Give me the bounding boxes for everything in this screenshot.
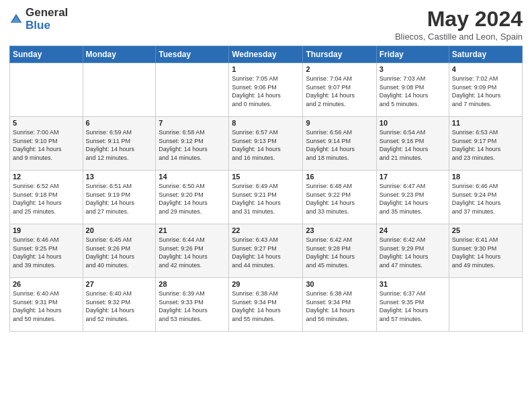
header-sunday: Sunday [10,46,83,63]
calendar-week-row: 26Sunrise: 6:40 AM Sunset: 9:31 PM Dayli… [10,278,523,332]
table-row: 8Sunrise: 6:57 AM Sunset: 9:13 PM Daylig… [229,117,303,171]
day-number: 17 [380,173,446,181]
day-number: 24 [380,226,446,234]
table-row: 17Sunrise: 6:47 AM Sunset: 9:23 PM Dayli… [376,171,449,224]
table-row: 16Sunrise: 6:48 AM Sunset: 9:22 PM Dayli… [303,171,376,224]
day-number: 11 [452,119,519,127]
day-number: 25 [452,226,519,234]
title-month: May 2024 [395,7,523,32]
calendar-table: Sunday Monday Tuesday Wednesday Thursday… [9,46,523,332]
day-number: 7 [159,119,226,127]
calendar-page: General Blue May 2024 Bliecos, Castille … [0,0,532,411]
table-row: 14Sunrise: 6:50 AM Sunset: 9:20 PM Dayli… [156,171,229,224]
table-row: 25Sunrise: 6:41 AM Sunset: 9:30 PM Dayli… [449,224,522,278]
table-row: 19Sunrise: 6:46 AM Sunset: 9:25 PM Dayli… [10,224,83,278]
title-block: May 2024 Bliecos, Castille and Leon, Spa… [395,7,523,42]
day-number: 13 [86,173,153,181]
logo-general: General [26,7,68,19]
table-row: 7Sunrise: 6:58 AM Sunset: 9:12 PM Daylig… [156,117,229,171]
day-number: 3 [380,65,446,73]
day-number: 18 [452,173,519,181]
day-info: Sunrise: 6:52 AM Sunset: 9:18 PM Dayligh… [13,182,80,216]
day-info: Sunrise: 6:45 AM Sunset: 9:26 PM Dayligh… [86,236,153,269]
logo-blue: Blue [26,19,68,32]
day-info: Sunrise: 6:59 AM Sunset: 9:11 PM Dayligh… [86,128,153,162]
day-number: 20 [86,226,153,234]
day-number: 19 [13,226,80,234]
day-number: 4 [452,65,519,73]
day-info: Sunrise: 6:46 AM Sunset: 9:24 PM Dayligh… [452,182,519,216]
day-info: Sunrise: 6:49 AM Sunset: 9:21 PM Dayligh… [232,182,300,216]
day-number: 27 [86,280,153,288]
day-number: 14 [159,173,226,181]
table-row: 3Sunrise: 7:03 AM Sunset: 9:08 PM Daylig… [376,63,449,117]
table-row: 2Sunrise: 7:04 AM Sunset: 9:07 PM Daylig… [303,63,376,117]
calendar-week-row: 5Sunrise: 7:00 AM Sunset: 9:10 PM Daylig… [10,117,523,171]
table-row: 12Sunrise: 6:52 AM Sunset: 9:18 PM Dayli… [10,171,83,224]
table-row: 28Sunrise: 6:39 AM Sunset: 9:33 PM Dayli… [156,278,229,332]
logo-text: General Blue [26,7,68,32]
day-info: Sunrise: 6:48 AM Sunset: 9:22 PM Dayligh… [306,182,373,216]
day-info: Sunrise: 7:02 AM Sunset: 9:09 PM Dayligh… [452,75,519,108]
day-info: Sunrise: 7:03 AM Sunset: 9:08 PM Dayligh… [380,75,446,108]
table-row: 26Sunrise: 6:40 AM Sunset: 9:31 PM Dayli… [10,278,83,332]
day-info: Sunrise: 7:05 AM Sunset: 9:06 PM Dayligh… [232,75,300,108]
day-info: Sunrise: 6:47 AM Sunset: 9:23 PM Dayligh… [380,182,446,216]
logo-icon [9,13,23,26]
table-row: 4Sunrise: 7:02 AM Sunset: 9:09 PM Daylig… [449,63,522,117]
table-row: 11Sunrise: 6:53 AM Sunset: 9:17 PM Dayli… [449,117,522,171]
weekday-header-row: Sunday Monday Tuesday Wednesday Thursday… [10,46,523,63]
day-info: Sunrise: 6:43 AM Sunset: 9:27 PM Dayligh… [232,236,300,269]
day-info: Sunrise: 6:37 AM Sunset: 9:35 PM Dayligh… [380,289,446,323]
header-wednesday: Wednesday [229,46,303,63]
day-info: Sunrise: 6:39 AM Sunset: 9:33 PM Dayligh… [159,289,226,323]
table-row: 31Sunrise: 6:37 AM Sunset: 9:35 PM Dayli… [376,278,449,332]
table-row: 21Sunrise: 6:44 AM Sunset: 9:26 PM Dayli… [156,224,229,278]
day-info: Sunrise: 6:54 AM Sunset: 9:16 PM Dayligh… [380,128,446,162]
day-info: Sunrise: 6:38 AM Sunset: 9:34 PM Dayligh… [306,289,373,323]
table-row [156,63,229,117]
header-thursday: Thursday [303,46,376,63]
day-info: Sunrise: 6:38 AM Sunset: 9:34 PM Dayligh… [232,289,300,323]
table-row: 15Sunrise: 6:49 AM Sunset: 9:21 PM Dayli… [229,171,303,224]
header-saturday: Saturday [449,46,522,63]
logo: General Blue [9,7,68,32]
day-number: 22 [232,226,300,234]
day-number: 30 [306,280,373,288]
table-row: 13Sunrise: 6:51 AM Sunset: 9:19 PM Dayli… [83,171,156,224]
header-monday: Monday [83,46,156,63]
calendar-week-row: 19Sunrise: 6:46 AM Sunset: 9:25 PM Dayli… [10,224,523,278]
day-info: Sunrise: 7:00 AM Sunset: 9:10 PM Dayligh… [13,128,80,162]
day-info: Sunrise: 6:41 AM Sunset: 9:30 PM Dayligh… [452,236,519,269]
table-row: 1Sunrise: 7:05 AM Sunset: 9:06 PM Daylig… [229,63,303,117]
table-row [10,63,83,117]
day-info: Sunrise: 7:04 AM Sunset: 9:07 PM Dayligh… [306,75,373,108]
day-number: 15 [232,173,300,181]
day-info: Sunrise: 6:53 AM Sunset: 9:17 PM Dayligh… [452,128,519,162]
calendar-week-row: 12Sunrise: 6:52 AM Sunset: 9:18 PM Dayli… [10,171,523,224]
day-info: Sunrise: 6:51 AM Sunset: 9:19 PM Dayligh… [86,182,153,216]
calendar-week-row: 1Sunrise: 7:05 AM Sunset: 9:06 PM Daylig… [10,63,523,117]
day-number: 10 [380,119,446,127]
table-row: 10Sunrise: 6:54 AM Sunset: 9:16 PM Dayli… [376,117,449,171]
table-row: 29Sunrise: 6:38 AM Sunset: 9:34 PM Dayli… [229,278,303,332]
header-friday: Friday [376,46,449,63]
day-number: 12 [13,173,80,181]
day-info: Sunrise: 6:56 AM Sunset: 9:14 PM Dayligh… [306,128,373,162]
day-number: 23 [306,226,373,234]
table-row: 22Sunrise: 6:43 AM Sunset: 9:27 PM Dayli… [229,224,303,278]
day-info: Sunrise: 6:46 AM Sunset: 9:25 PM Dayligh… [13,236,80,269]
day-number: 8 [232,119,300,127]
title-location: Bliecos, Castille and Leon, Spain [395,32,523,42]
table-row: 24Sunrise: 6:42 AM Sunset: 9:29 PM Dayli… [376,224,449,278]
day-number: 5 [13,119,80,127]
day-number: 31 [380,280,446,288]
day-number: 6 [86,119,153,127]
day-info: Sunrise: 6:42 AM Sunset: 9:28 PM Dayligh… [306,236,373,269]
table-row [83,63,156,117]
day-number: 2 [306,65,373,73]
day-info: Sunrise: 6:44 AM Sunset: 9:26 PM Dayligh… [159,236,226,269]
day-number: 1 [232,65,300,73]
table-row: 27Sunrise: 6:40 AM Sunset: 9:32 PM Dayli… [83,278,156,332]
table-row: 6Sunrise: 6:59 AM Sunset: 9:11 PM Daylig… [83,117,156,171]
